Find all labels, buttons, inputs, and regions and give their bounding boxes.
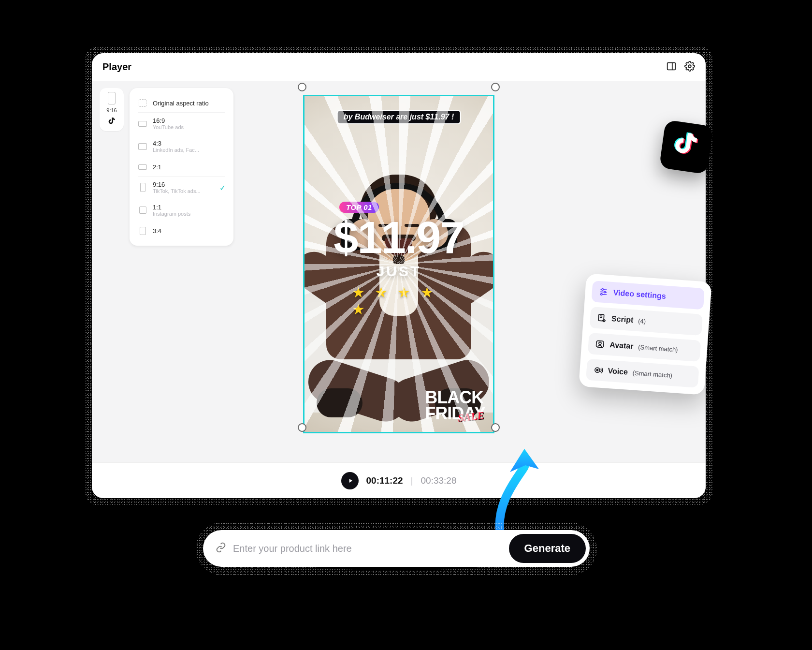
voice-icon (593, 365, 603, 375)
ar-label: 9:16 (153, 181, 201, 188)
ar-thumb-icon (138, 119, 147, 128)
ar-thumb-icon (138, 226, 147, 235)
aspect-rail: 9:16 (100, 88, 124, 131)
ar-label: Original aspect ratio (153, 100, 209, 107)
avatar-icon (595, 339, 605, 349)
aspect-ratio-panel: Original aspect ratio 16:9 YouTube ads 4… (130, 88, 233, 246)
settings-count: (4) (638, 317, 646, 325)
ar-label: 2:1 (153, 163, 161, 171)
ar-9-16[interactable]: 9:16 TikTok, TikTok ads... ✓ (131, 176, 232, 199)
settings-sub: (Smart match) (632, 369, 672, 379)
tiktok-badge (659, 120, 714, 175)
caption-pill: by Budweiser are just $11.97 ! (337, 110, 461, 124)
time-current: 00:11:22 (366, 475, 403, 486)
ar-thumb-icon (138, 206, 147, 215)
product-link-input[interactable]: Enter your product link here (233, 543, 502, 554)
top-badge: TOP 01 (339, 202, 379, 213)
crop-handle-tl[interactable] (298, 83, 306, 91)
ar-original[interactable]: Original aspect ratio (131, 94, 232, 112)
generate-button[interactable]: Generate (509, 534, 586, 563)
ar-label: 3:4 (153, 227, 161, 235)
ar-sub: TikTok, TikTok ads... (153, 188, 201, 194)
settings-label: Script (611, 314, 633, 325)
settings-voice[interactable]: Voice (Smart match) (586, 359, 699, 388)
gear-icon[interactable] (684, 61, 695, 74)
sale-text: SALE (457, 409, 485, 425)
play-button[interactable] (341, 472, 359, 489)
svg-point-13 (599, 342, 601, 344)
ar-sub: LinkedIn ads, Fac... (153, 147, 199, 153)
ar-label: 4:3 (153, 140, 199, 147)
aspect-rail-label: 9:16 (106, 107, 116, 113)
window-header: Player (92, 53, 706, 81)
settings-card: Video settings Script (4) Avatar (Smart … (579, 273, 712, 395)
ar-thumb-icon (138, 183, 147, 192)
time-duration: 00:33:28 (421, 475, 457, 486)
svg-rect-12 (596, 340, 604, 347)
ar-16-9[interactable]: 16:9 YouTube ads (131, 112, 232, 135)
playback-bar: 00:11:22 | 00:33:28 (92, 462, 706, 498)
ar-4-3[interactable]: 4:3 LinkedIn ads, Fac... (131, 135, 232, 158)
header-icon-group (666, 61, 695, 74)
svg-point-8 (601, 294, 603, 295)
link-icon (216, 542, 226, 555)
svg-point-7 (604, 291, 606, 293)
editor-canvas: 9:16 Original aspect ratio 16:9 YouTube … (92, 81, 706, 462)
ar-thumb-icon (138, 142, 147, 151)
price-text: $11.97 (334, 212, 464, 263)
ar-1-1[interactable]: 1:1 Instagram posts (131, 199, 232, 222)
svg-point-2 (688, 65, 691, 68)
sliders-icon (598, 287, 609, 297)
black-friday-text: BLACK FRIDAY (425, 389, 485, 421)
avatar-illustration (303, 161, 494, 432)
ar-sub: Instagram posts (153, 211, 190, 217)
ar-3-4[interactable]: 3:4 (131, 222, 232, 240)
just-text: JUST (377, 263, 421, 280)
ar-label: 1:1 (153, 204, 190, 211)
ar-thumb-icon (138, 99, 147, 107)
bf-line2: FRIDAY (425, 405, 485, 421)
video-preview[interactable]: by Budweiser are just $11.97 ! TOP 01 $1… (303, 95, 494, 433)
settings-video[interactable]: Video settings (591, 281, 705, 310)
svg-rect-0 (667, 62, 676, 70)
settings-sub: (Smart match) (638, 343, 678, 354)
settings-label: Voice (608, 367, 628, 377)
settings-label: Video settings (613, 288, 666, 301)
check-icon: ✓ (219, 183, 226, 192)
settings-script[interactable]: Script (4) (590, 307, 703, 336)
svg-point-15 (596, 369, 598, 371)
tiktok-icon[interactable] (107, 116, 116, 127)
panel-toggle-icon[interactable] (666, 61, 677, 74)
page-title: Player (102, 61, 131, 73)
aspect-rail-thumb[interactable] (108, 92, 116, 104)
crop-handle-tr[interactable] (491, 83, 500, 91)
settings-avatar[interactable]: Avatar (Smart match) (588, 333, 701, 362)
crop-handle-bl[interactable] (298, 423, 306, 432)
star-rating: ★ ★ ★ ★ ★ (352, 284, 446, 318)
ar-label: 16:9 (153, 117, 184, 124)
settings-label: Avatar (609, 340, 634, 351)
ar-thumb-icon (138, 162, 147, 171)
script-icon (596, 313, 607, 323)
svg-point-6 (602, 289, 604, 291)
ar-2-1[interactable]: 2:1 (131, 158, 232, 176)
crop-handle-br[interactable] (491, 423, 500, 432)
generate-bar: Enter your product link here Generate (203, 530, 590, 567)
ar-sub: YouTube ads (153, 124, 184, 130)
bf-line1: BLACK (425, 389, 485, 405)
time-separator: | (411, 475, 413, 486)
